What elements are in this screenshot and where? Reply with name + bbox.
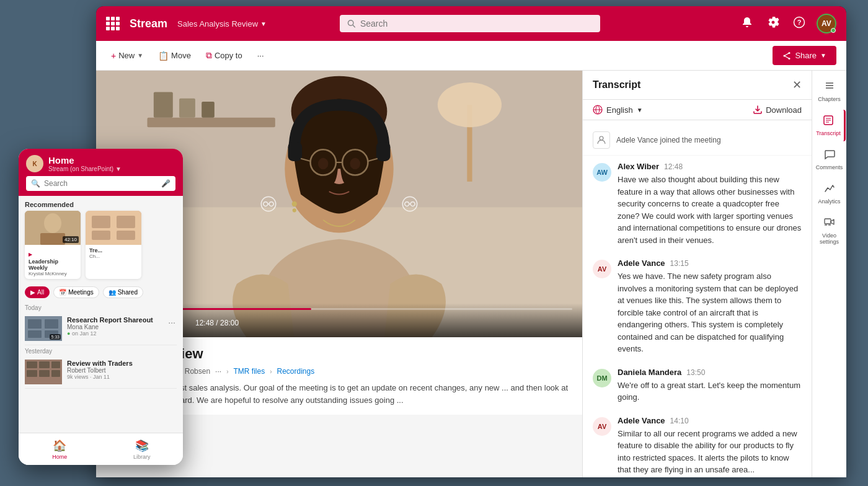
rec-title-2: Tre...: [89, 247, 138, 254]
svg-rect-7: [117, 231, 135, 240]
breadcrumb-text: Sales Analysis Review: [177, 19, 258, 29]
library-icon: 📚: [135, 439, 149, 453]
sidebar-item-chapters[interactable]: Chapters: [813, 76, 846, 107]
rec-card-2[interactable]: Tre... Ch...: [86, 211, 141, 279]
entry-text-1: Have we also thought about building this…: [618, 174, 802, 246]
svg-rect-34: [179, 99, 195, 118]
mobile-body: Recommended 42:10 ▶ Leadership Weekly Kr…: [19, 196, 183, 438]
bottom-nav-library[interactable]: 📚 Library: [101, 433, 184, 465]
svg-rect-41: [288, 142, 302, 161]
bottom-nav-home[interactable]: 🏠 Home: [19, 433, 101, 465]
language-chevron: ▼: [637, 107, 643, 113]
sidebar-item-analytics[interactable]: Analytics: [813, 178, 846, 210]
rec-author-1: Krystal McKinney: [29, 271, 77, 276]
transcript-close-button[interactable]: ✕: [792, 78, 802, 92]
yesterday-label: Yesterday: [25, 345, 177, 356]
mobile-frame: K Home Stream (on SharePoint) ▼ 🔍 🎤 Reco…: [19, 149, 183, 465]
entry-time-4: 14:10: [670, 417, 689, 425]
download-label: Download: [766, 105, 802, 115]
recommended-section: 42:10 ▶ Leadership Weekly Krystal McKinn…: [19, 211, 183, 284]
copy-button[interactable]: ⧉ Copy to: [201, 46, 247, 64]
bell-icon: [741, 16, 753, 29]
app-grid-icon[interactable]: [106, 17, 120, 30]
mobile-header: K Home Stream (on SharePoint) ▼ 🔍 🎤: [19, 149, 183, 196]
svg-point-54: [269, 202, 273, 206]
path2[interactable]: Recordings: [277, 367, 314, 376]
transcript-panel: Transcript ✕ English ▼ Do: [582, 71, 812, 477]
list-author-1: Mona Kane: [67, 324, 162, 330]
online-indicator: [831, 28, 836, 33]
move-button[interactable]: 📋 Move: [153, 47, 196, 64]
notifications-button[interactable]: [738, 14, 756, 34]
new-button[interactable]: + New ▼: [106, 47, 148, 64]
list-more-1[interactable]: ···: [167, 316, 177, 329]
sidebar-item-comments[interactable]: Comments: [813, 144, 846, 175]
rec-author-2: Ch...: [89, 254, 138, 259]
filter-all[interactable]: ▶ All: [25, 286, 50, 298]
path1[interactable]: TMR files: [233, 367, 265, 376]
svg-rect-5: [117, 216, 135, 228]
share-button[interactable]: Share ▼: [773, 46, 836, 65]
more-button[interactable]: ···: [252, 47, 269, 64]
language-icon: [593, 105, 603, 115]
mobile-list: Today 5:33 Research Report Shareout Mona…: [19, 302, 183, 389]
svg-point-65: [600, 136, 603, 140]
settings-button[interactable]: [764, 14, 782, 34]
entry-name-3: Daniela Mandera: [618, 368, 681, 377]
share-label: Share: [795, 51, 817, 60]
filter-shared[interactable]: 👥 Shared: [103, 286, 143, 298]
mobile-sub-label: Stream (on SharePoint): [48, 166, 113, 172]
svg-point-53: [264, 202, 268, 206]
sidebar-item-transcript[interactable]: Transcript: [813, 110, 846, 141]
svg-rect-73: [825, 219, 831, 224]
help-button[interactable]: ?: [790, 14, 808, 34]
svg-rect-18: [39, 370, 50, 377]
list-thumb-2: [25, 360, 62, 384]
rec-card-1[interactable]: 42:10 ▶ Leadership Weekly Krystal McKinn…: [25, 211, 81, 279]
help-icon: ?: [793, 16, 805, 29]
gear-icon: [767, 16, 779, 29]
search-input[interactable]: [360, 19, 593, 29]
user-avatar[interactable]: AV: [817, 14, 836, 33]
list-item-2[interactable]: Review with Traders Robert Tolbert 9k vi…: [25, 356, 177, 389]
top-nav: Stream Sales Analysis Review ▼: [96, 6, 846, 41]
entry-name-2: Adele Vance: [618, 258, 665, 268]
avatar-aw: AW: [593, 163, 611, 182]
copy-label: Copy to: [215, 51, 242, 60]
svg-rect-4: [92, 216, 110, 228]
avatar-av2: AV: [593, 417, 611, 436]
language-selector[interactable]: English ▼: [593, 105, 643, 115]
list-meta-2: 9k views · Jan 11: [67, 374, 177, 380]
download-button[interactable]: Download: [753, 105, 802, 115]
entry-name-1: Alex Wiber: [618, 162, 659, 171]
transcript-entry-4: AV Adele Vance 14:10 Similar to all our …: [583, 410, 812, 478]
transcript-sidebar-icon: [823, 115, 834, 129]
mobile-avatar: K: [26, 155, 43, 172]
svg-point-48: [318, 158, 329, 170]
svg-rect-11: [28, 330, 42, 338]
event-icon: [593, 131, 610, 149]
sidebar-item-video-settings[interactable]: Video settings: [813, 212, 846, 250]
mobile-filters: ▶ All 📅 Meetings 👥 Shared: [19, 284, 183, 302]
breadcrumb-chevron: ▼: [260, 20, 267, 27]
search-bar[interactable]: [340, 15, 600, 32]
svg-rect-15: [39, 361, 50, 368]
video-settings-icon: [824, 217, 835, 231]
svg-point-49: [350, 158, 361, 170]
svg-rect-19: [51, 370, 60, 377]
svg-rect-16: [51, 361, 60, 368]
mobile-chevron-icon: ▼: [115, 166, 122, 172]
svg-line-27: [784, 53, 789, 56]
mobile-search-bar[interactable]: 🔍 🎤: [26, 176, 175, 191]
list-item-1[interactable]: 5:33 Research Report Shareout Mona Kane …: [25, 312, 177, 345]
meta-more[interactable]: ···: [215, 367, 221, 376]
today-label: Today: [25, 302, 177, 312]
move-label: Move: [171, 51, 191, 60]
filter-shared-icon: 👥: [108, 289, 116, 296]
breadcrumb: Sales Analysis Review ▼: [177, 19, 267, 29]
comments-icon: [824, 149, 835, 163]
filter-meetings[interactable]: 📅 Meetings: [53, 286, 99, 298]
mobile-search-input[interactable]: [44, 179, 157, 188]
comments-label: Comments: [816, 164, 843, 170]
toolbar: + New ▼ 📋 Move ⧉ Copy to ··· Share ▼: [96, 41, 846, 71]
